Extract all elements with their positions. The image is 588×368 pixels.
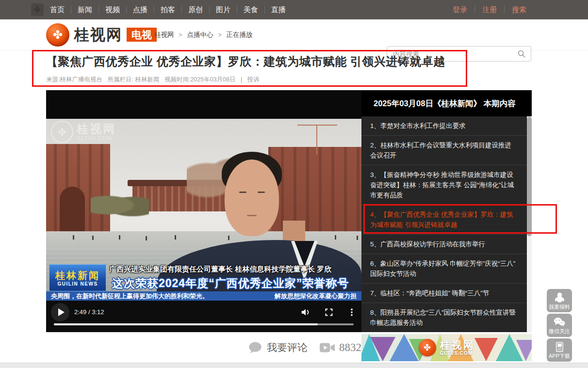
breadcrumb-current: 正在播放 bbox=[227, 31, 253, 39]
playlist-item-3[interactable]: 3、【振奋精神争分夺秒 推动世界级旅游城市建设奋进突破】桂林：拓展主客共享 公园… bbox=[361, 165, 527, 205]
playlist-item-8[interactable]: 8、阳朔县开展纪念“三八”国际妇女节群众性宣讲暨巾帼志愿服务活动 bbox=[361, 303, 527, 332]
view-count: 8832 bbox=[339, 341, 361, 354]
nav-item-food[interactable]: 美食 bbox=[237, 6, 264, 14]
breadcrumb-separator: > bbox=[218, 32, 222, 38]
watermark-text: 桂视网 bbox=[77, 123, 116, 135]
badge-subtitle: GUILIN NEWS bbox=[57, 281, 98, 287]
breadcrumb-separator: > bbox=[179, 32, 182, 38]
watermark-url: GLTVS.COM bbox=[77, 135, 116, 141]
video-player[interactable]: ✤ 桂视网 GLTVS.COM 桂林新闻 GUILIN NEWS 广西兴进实业集… bbox=[46, 90, 361, 332]
ad-triangle bbox=[516, 340, 532, 361]
ticker-left-text: 央周围，在新时代新征程上赢得更加伟大的胜利和荣光。 bbox=[51, 292, 209, 301]
scene-building-right bbox=[268, 147, 361, 234]
playlist-item-5[interactable]: 5、广西高校探校访学行活动在我市举行 bbox=[361, 235, 527, 254]
nav-item-paike[interactable]: 拍客 bbox=[154, 6, 181, 14]
news-program-badge: 桂林新闻 GUILIN NEWS bbox=[49, 264, 106, 291]
playlist-item-2[interactable]: 2、桂林市水利工作会议暨重大水利项目建设推进会议召开 bbox=[361, 136, 527, 165]
ad-station-logo: ✤ 桂视网 GLTVS.COM bbox=[419, 339, 475, 356]
interviewee-head bbox=[225, 160, 279, 236]
logo-globe-icon: ✤ bbox=[46, 23, 69, 47]
progress-filled bbox=[54, 323, 318, 325]
news-ticker: 央周围，在新时代新征程上赢得更加伟大的胜利和荣光。 解放思想深化改革凝心聚力担 bbox=[46, 291, 361, 301]
comment-label: 我要评论 bbox=[267, 341, 308, 354]
scene-crane-arm bbox=[297, 125, 337, 126]
play-icon bbox=[58, 308, 65, 316]
auth-links: 登录 注册 搜索 bbox=[445, 0, 534, 19]
ad-triangle bbox=[474, 338, 498, 361]
page-title: 【聚焦广西优秀企业 优秀企业家】罗欣：建筑为城市赋能 引领兴进铸就卓越 bbox=[46, 54, 445, 69]
wechat-icon bbox=[553, 317, 566, 327]
nav-item-vod[interactable]: 点播 bbox=[126, 6, 154, 14]
playlist-item-6[interactable]: 6、象山区举办“传承好家风 巾帼绽芳华”庆祝“三八”国际妇女节活动 bbox=[361, 254, 527, 284]
playlist-scrollbar-track[interactable] bbox=[527, 116, 532, 332]
player-controls: 2:49 / 3:12 bbox=[46, 301, 361, 332]
comment-bubble-icon bbox=[248, 341, 262, 354]
wechat-follow-button[interactable]: 微信关注 bbox=[547, 314, 572, 337]
ad-globe-icon: ✤ bbox=[419, 339, 436, 356]
episode-playlist: 2025年03月08日《桂林新闻》 本期内容 1、李楚对全市水利工作提出要求 2… bbox=[361, 90, 532, 332]
scene-trees-green bbox=[91, 191, 149, 220]
interviewee-mouth bbox=[247, 215, 257, 216]
nav-item-pictures[interactable]: 图片 bbox=[209, 6, 237, 14]
float-button-label: 微信关注 bbox=[549, 328, 570, 334]
playlist-scrollbar-thumb[interactable] bbox=[527, 117, 532, 236]
top-navigation-bar: ✤ 首页 新闻 视频 点播 拍客 原创 图片 美食 直播 登录 注册 搜索 bbox=[0, 0, 588, 19]
scene-pedestrians bbox=[73, 235, 74, 240]
fullscreen-icon[interactable] bbox=[324, 307, 334, 317]
ad-logo-url: GLTVS.COM bbox=[440, 351, 475, 356]
playlist-list: 1、李楚对全市水利工作提出要求 2、桂林市水利工作会议暨重大水利项目建设推进会议… bbox=[361, 116, 527, 332]
scene-crane bbox=[316, 125, 317, 155]
breadcrumb-home[interactable]: 桂视网 bbox=[154, 31, 174, 39]
more-options-icon[interactable] bbox=[347, 307, 357, 317]
caption-subtitle: 这次荣获2024年度“广西优秀企业家”荣誉称号 bbox=[112, 276, 349, 291]
float-button-label: APP下载 bbox=[549, 353, 570, 359]
qq-icon bbox=[554, 291, 565, 303]
nav-logo-icon: ✤ bbox=[31, 3, 44, 16]
badge-title: 桂林新闻 bbox=[55, 270, 100, 281]
watermark-globe-icon: ✤ bbox=[51, 121, 73, 143]
nav-item-video[interactable]: 视频 bbox=[98, 6, 126, 14]
meta-video-date: 视频时间:2025年03月08日 bbox=[164, 76, 236, 83]
playlist-header: 2025年03月08日《桂林新闻》 本期内容 bbox=[361, 90, 532, 116]
view-counter: 8832 bbox=[320, 341, 361, 354]
report-link[interactable]: 投诉 bbox=[247, 76, 260, 83]
float-button-label: 我要报料 bbox=[549, 304, 570, 310]
ad-banner[interactable]: ✤ 桂视网 GLTVS.COM bbox=[361, 334, 532, 361]
playlist-item-1[interactable]: 1、李楚对全市水利工作提出要求 bbox=[361, 116, 527, 136]
logo-text: 桂视网 bbox=[74, 25, 122, 45]
engagement-bar: 我要评论 8832 bbox=[46, 334, 361, 361]
site-logo[interactable]: ✤ 桂视网 电视 bbox=[46, 19, 157, 50]
breadcrumb: 桂视网 > 点播中心 > 正在播放 bbox=[154, 19, 253, 50]
video-camera-icon bbox=[320, 342, 335, 353]
register-link[interactable]: 注册 bbox=[474, 6, 504, 14]
ticker-right-text: 解放思想深化改革凝心聚力担 bbox=[275, 292, 357, 301]
station-watermark: ✤ 桂视网 GLTVS.COM bbox=[51, 121, 116, 143]
primary-nav: 首页 新闻 视频 点播 拍客 原创 图片 美食 直播 bbox=[44, 0, 292, 19]
caption-speaker-name: 广西兴进实业集团有限责任公司董事长 桂林信息科技学院董事长 罗欣 bbox=[109, 265, 360, 274]
play-button[interactable] bbox=[51, 303, 69, 321]
comment-button[interactable]: 我要评论 bbox=[248, 341, 308, 354]
progress-bar[interactable] bbox=[54, 323, 354, 325]
interviewee-eye bbox=[258, 192, 265, 193]
search-icon[interactable] bbox=[517, 49, 526, 58]
report-news-button[interactable]: 我要报料 bbox=[547, 289, 572, 312]
app-download-button[interactable]: APP下载 bbox=[547, 338, 572, 362]
scene-arch bbox=[60, 187, 85, 234]
search-link[interactable]: 搜索 bbox=[504, 6, 534, 14]
nav-item-home[interactable]: 首页 bbox=[44, 6, 71, 14]
playlist-item-7[interactable]: 7、临桂区：“奔跑吧桂姐姐” 嗨翻“三八”节 bbox=[361, 284, 527, 303]
nav-item-live[interactable]: 直播 bbox=[264, 6, 292, 14]
phone-icon bbox=[556, 342, 563, 352]
breadcrumb-vod-center[interactable]: 点播中心 bbox=[187, 31, 213, 39]
meta-source: 来源:桂林广播电视台 bbox=[46, 76, 102, 83]
playlist-item-4[interactable]: 4、【聚焦广西优秀企业 优秀企业家】罗欣：建筑为城市赋能 引领兴进铸就卓越 bbox=[361, 205, 527, 235]
site-header: ✤ 桂视网 电视 桂视网 > 点播中心 > 正在播放 bbox=[0, 19, 588, 50]
volume-icon[interactable] bbox=[300, 307, 311, 318]
meta-divider: | bbox=[241, 76, 242, 83]
interviewee-eye bbox=[239, 192, 246, 193]
floating-toolbar: 我要报料 微信关注 APP下载 bbox=[547, 289, 572, 362]
meta-column: 所属栏目: 桂林新闻 bbox=[107, 76, 159, 83]
login-link[interactable]: 登录 bbox=[445, 6, 474, 14]
nav-item-original[interactable]: 原创 bbox=[181, 6, 209, 14]
nav-item-news[interactable]: 新闻 bbox=[71, 6, 98, 14]
